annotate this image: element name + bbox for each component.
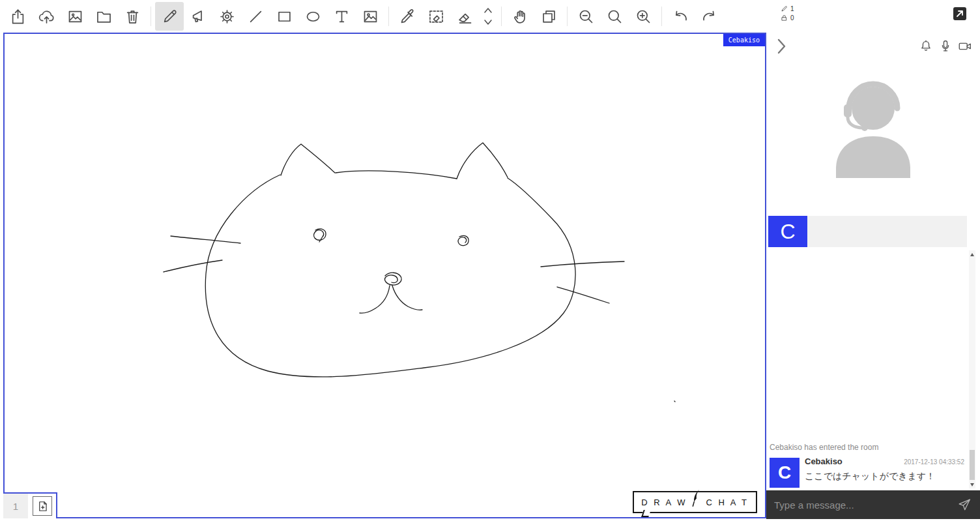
sidebar: C Cebakiso has entered the room C Cebaki… (766, 33, 980, 521)
message-header: Cebakiso 2017-12-13 04:33:52 (805, 456, 964, 466)
cat-drawing-stroke (557, 287, 609, 303)
user-avatar: C (768, 216, 807, 247)
video-call-button[interactable] (955, 37, 975, 56)
text-icon (333, 8, 351, 25)
chat-status-message: Cebakiso has entered the room (770, 443, 964, 452)
chevron-right-icon (773, 38, 789, 55)
drawing-canvas[interactable]: Cebakiso 1 D R A W C H A T (3, 33, 766, 518)
headset-avatar-icon (821, 74, 925, 201)
cat-drawing-stroke (171, 236, 240, 243)
share-icon (9, 8, 27, 25)
toolbar-separator (661, 7, 662, 26)
fullscreen-icon (952, 6, 968, 22)
chat-messages: Cebakiso has entered the room C Cebakiso… (770, 443, 964, 488)
message-text: ここではチャットができます！ (805, 471, 964, 483)
marker-tool-button[interactable] (184, 2, 212, 31)
zoom-in-icon (635, 8, 652, 25)
rectangle-icon (276, 8, 293, 25)
save-image-button[interactable] (61, 2, 89, 31)
pencil-count-icon (781, 5, 788, 12)
clear-button[interactable] (118, 2, 147, 31)
cat-drawing-stroke (674, 401, 675, 402)
user-list-item-bar (807, 216, 967, 247)
message-timestamp: 2017-12-13 04:33:52 (904, 458, 964, 466)
quill-icon (691, 488, 701, 508)
toolbar-separator (151, 7, 151, 26)
selection-eraser-icon (427, 8, 445, 25)
toolbar-separator (388, 7, 389, 26)
lock-counter: 0 (781, 13, 794, 22)
zoom-out-button[interactable] (571, 2, 600, 31)
insert-image-button[interactable] (356, 2, 384, 31)
hand-tool-button[interactable] (506, 2, 534, 31)
scrollbar-thumb[interactable] (970, 450, 975, 480)
canvas-drawing (5, 34, 765, 517)
microphone-button[interactable] (936, 37, 955, 56)
undo-button[interactable] (666, 2, 695, 31)
cat-drawing-stroke (314, 229, 326, 242)
collapse-sidebar-button[interactable] (771, 37, 791, 56)
eraser-button[interactable] (450, 2, 479, 31)
marker-icon (190, 8, 207, 25)
selection-eraser-button[interactable] (422, 2, 450, 31)
zoom-reset-icon (606, 8, 624, 25)
notifications-button[interactable] (916, 37, 936, 56)
bell-icon (919, 39, 933, 53)
line-icon (247, 8, 265, 25)
cat-drawing-stroke (458, 235, 468, 245)
page-tab-1[interactable]: 1 (3, 494, 28, 518)
cloud-upload-button[interactable] (32, 2, 61, 31)
fullscreen-button[interactable] (952, 6, 968, 22)
pen-count-value: 1 (790, 5, 794, 12)
cat-drawing-stroke (385, 273, 401, 285)
pencil-icon (161, 8, 179, 25)
zoom-in-button[interactable] (629, 2, 657, 31)
rectangle-tool-button[interactable] (270, 2, 298, 31)
share-button[interactable] (3, 2, 32, 31)
remote-cursor-label: Cebakiso (723, 34, 765, 46)
cat-drawing-stroke (336, 171, 457, 179)
logo-text-right: C H A T (706, 498, 749, 507)
pages-button[interactable] (534, 2, 563, 31)
undo-icon (672, 8, 689, 25)
cat-drawing-stroke (457, 143, 508, 179)
cat-drawing-stroke (541, 261, 624, 267)
cat-drawing-stroke (205, 175, 575, 377)
add-page-button[interactable] (33, 496, 52, 516)
drawchat-logo: D R A W C H A T (633, 491, 757, 513)
scroll-down-arrow[interactable] (969, 481, 975, 488)
chat-message: C Cebakiso 2017-12-13 04:33:52 ここではチャットが… (770, 456, 964, 488)
chat-input-bar (766, 490, 980, 519)
save-image-icon (66, 8, 84, 25)
cat-drawing-stroke (360, 286, 390, 313)
send-icon (957, 498, 972, 512)
gear-tool-button[interactable] (212, 2, 241, 31)
ellipse-tool-button[interactable] (298, 2, 327, 31)
hand-icon (512, 8, 529, 25)
redo-button[interactable] (695, 2, 723, 31)
chevron-up-icon (483, 7, 493, 14)
trash-icon (124, 8, 141, 25)
send-message-button[interactable] (954, 494, 975, 515)
chat-scrollbar[interactable] (969, 250, 975, 488)
line-tool-button[interactable] (241, 2, 270, 31)
open-folder-button[interactable] (89, 2, 118, 31)
scroll-up-arrow[interactable] (969, 251, 975, 258)
message-input[interactable] (766, 499, 954, 511)
chevron-down-icon (483, 19, 493, 25)
toolbar (0, 0, 980, 33)
zoom-out-icon (577, 8, 595, 25)
message-author: Cebakiso (805, 456, 843, 466)
pencil-tool-button[interactable] (155, 2, 184, 31)
text-tool-button[interactable] (327, 2, 356, 31)
gear-icon (218, 8, 236, 25)
color-picker-button[interactable] (393, 2, 422, 31)
user-list-item[interactable]: C (768, 216, 967, 247)
lock-count-icon (781, 14, 788, 22)
eraser-icon (456, 8, 474, 25)
zoom-reset-button[interactable] (600, 2, 629, 31)
stroke-size-stepper[interactable] (479, 2, 497, 31)
drawchat-app: 1 0 (0, 0, 980, 521)
add-page-icon (36, 500, 49, 513)
session-counters: 1 0 (781, 4, 794, 22)
